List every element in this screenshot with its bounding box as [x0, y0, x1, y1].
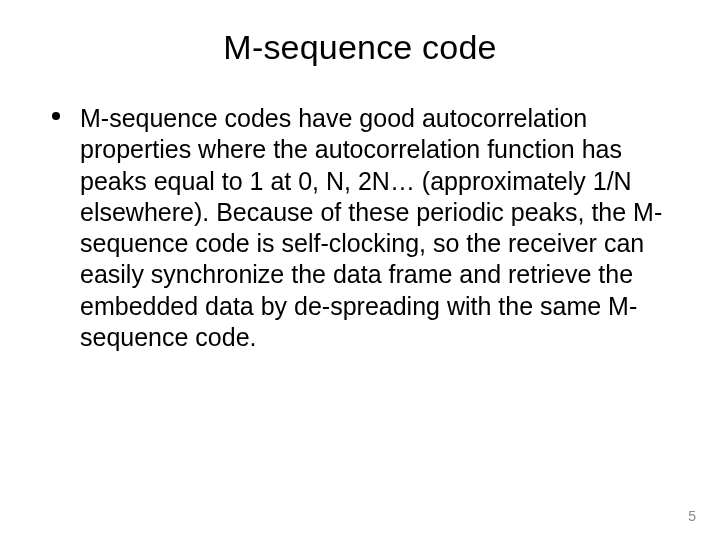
bullet-list: M-sequence codes have good autocorrelati… [52, 103, 672, 353]
list-item: M-sequence codes have good autocorrelati… [52, 103, 672, 353]
bullet-text: M-sequence codes have good autocorrelati… [80, 104, 662, 351]
slide-title: M-sequence code [48, 28, 672, 67]
page-number: 5 [688, 508, 696, 524]
slide: M-sequence code M-sequence codes have go… [0, 0, 720, 540]
slide-body: M-sequence codes have good autocorrelati… [48, 103, 672, 353]
bullet-icon [52, 112, 60, 120]
